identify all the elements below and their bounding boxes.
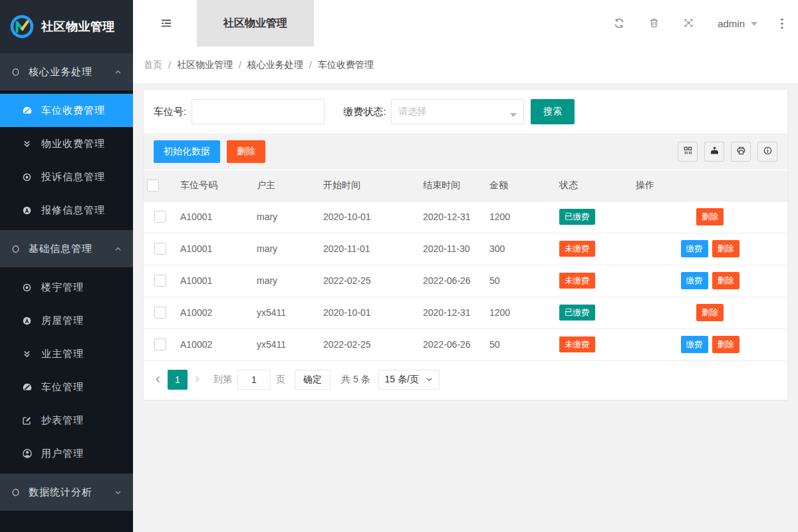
user-dropdown[interactable]: admin bbox=[718, 18, 757, 29]
refresh-icon[interactable] bbox=[613, 17, 625, 29]
circle-icon bbox=[11, 488, 20, 497]
sidebar-menu: 核心业务处理车位收费管理物业收费管理投诉信息管理报修信息管理基础信息管理楼宇管理… bbox=[0, 53, 133, 532]
next-page-button[interactable] bbox=[193, 375, 201, 384]
sidebar-item-2-1[interactable]: 楼宇管理 bbox=[0, 271, 133, 304]
sidebar-item-1-4[interactable]: 报修信息管理 bbox=[0, 194, 133, 227]
column-header-1: 车位号码 bbox=[177, 170, 253, 201]
sidebar-item-2-6[interactable]: 用户管理 bbox=[0, 437, 133, 470]
chevron-up-icon bbox=[114, 245, 122, 253]
breadcrumb-item-4[interactable]: 车位收费管理 bbox=[318, 59, 374, 71]
row-checkbox[interactable] bbox=[154, 243, 166, 255]
cell-parking-no: A10001 bbox=[177, 233, 253, 265]
app-logo-icon bbox=[9, 13, 35, 40]
cell-owner: mary bbox=[253, 201, 320, 233]
pay-button[interactable]: 缴费 bbox=[681, 272, 708, 289]
sidebar-item-1-3[interactable]: 投诉信息管理 bbox=[0, 160, 133, 194]
prev-page-button[interactable] bbox=[154, 375, 162, 384]
sidebar-group-2[interactable]: 基础信息管理 bbox=[0, 230, 133, 267]
columns-icon bbox=[683, 146, 693, 158]
info-tool-button[interactable] bbox=[757, 142, 777, 162]
header-checkbox-cell bbox=[144, 170, 177, 201]
status-select-value: 请选择 bbox=[398, 106, 426, 118]
columns-tool-button[interactable] bbox=[678, 142, 698, 162]
column-header-5: 金额 bbox=[486, 170, 556, 201]
sidebar-item-1-2[interactable]: 物业收费管理 bbox=[0, 127, 133, 160]
app-logo: 社区物业管理 bbox=[0, 0, 133, 53]
delete-row-button[interactable]: 删除 bbox=[696, 304, 724, 321]
pay-button[interactable]: 缴费 bbox=[681, 336, 708, 353]
sidebar-group-1[interactable]: 核心业务处理 bbox=[0, 53, 133, 90]
delete-row-button[interactable]: 删除 bbox=[696, 208, 724, 225]
row-checkbox[interactable] bbox=[154, 211, 166, 223]
current-page[interactable]: 1 bbox=[168, 370, 188, 390]
sidebar-item-1-1[interactable]: 车位收费管理 bbox=[0, 94, 133, 127]
init-data-button[interactable]: 初始化数据 bbox=[154, 140, 220, 163]
delete-row-button[interactable]: 删除 bbox=[712, 336, 739, 353]
username: admin bbox=[718, 18, 745, 29]
table-row: A10001mary2020-10-012020-12-311200已缴费删除 bbox=[144, 201, 787, 233]
row-checkbox[interactable] bbox=[154, 275, 166, 287]
search-form: 车位号: 缴费状态: 请选择 搜索 bbox=[144, 90, 787, 134]
row-checkbox-cell bbox=[144, 201, 177, 233]
sidebar-item-label: 业主管理 bbox=[41, 348, 84, 360]
sidebar-group-3[interactable]: 数据统计分析 bbox=[0, 473, 133, 511]
table-row: A10002yx54112020-10-012020-12-311200已缴费删… bbox=[144, 297, 787, 329]
topbar-right: admin bbox=[613, 17, 798, 29]
cell-actions: 缴费删除 bbox=[632, 233, 787, 265]
sidebar-item-2-4[interactable]: 车位管理 bbox=[0, 370, 133, 404]
cell-status: 未缴费 bbox=[556, 233, 632, 265]
table-header-row: 车位号码户主开始时间结束时间金额状态操作 bbox=[144, 170, 787, 201]
sidebar-group-label: 数据统计分析 bbox=[29, 486, 92, 499]
sidebar-item-2-5[interactable]: 抄表管理 bbox=[0, 404, 133, 437]
status-label: 缴费状态: bbox=[343, 106, 386, 118]
select-all-checkbox[interactable] bbox=[147, 180, 159, 192]
double-chevron-icon bbox=[21, 139, 33, 149]
sidebar-item-2-2[interactable]: 房屋管理 bbox=[0, 304, 133, 337]
breadcrumb-item-2[interactable]: 社区物业管理 bbox=[177, 59, 233, 71]
sidebar-item-label: 报修信息管理 bbox=[41, 204, 105, 217]
caret-down-icon bbox=[510, 113, 517, 120]
chevron-down-icon bbox=[114, 489, 122, 496]
info-icon bbox=[763, 146, 773, 158]
column-header-3: 开始时间 bbox=[320, 170, 420, 201]
cell-amount: 50 bbox=[486, 329, 556, 360]
row-checkbox[interactable] bbox=[154, 338, 166, 350]
status-select[interactable]: 请选择 bbox=[391, 99, 524, 124]
fees-table: 车位号码户主开始时间结束时间金额状态操作 A10001mary2020-10-0… bbox=[144, 170, 787, 361]
fullscreen-icon[interactable] bbox=[683, 17, 694, 29]
tab-community-property[interactable]: 社区物业管理 bbox=[197, 0, 314, 47]
export-tool-button[interactable] bbox=[704, 142, 724, 162]
row-checkbox-cell bbox=[144, 297, 177, 329]
cell-amount: 50 bbox=[486, 265, 556, 297]
content: 车位号: 缴费状态: 请选择 搜索 初始化数据 删除 bbox=[133, 83, 798, 532]
delete-selected-button[interactable]: 删除 bbox=[227, 140, 265, 163]
collapse-menu-icon[interactable] bbox=[160, 17, 173, 30]
parking-no-input[interactable] bbox=[192, 99, 325, 124]
page-size-select[interactable]: 15 条/页 bbox=[378, 370, 440, 390]
delete-row-button[interactable]: 删除 bbox=[712, 240, 739, 257]
print-tool-button[interactable] bbox=[731, 142, 751, 162]
export-icon bbox=[710, 146, 720, 158]
edit-icon bbox=[21, 416, 33, 426]
breadcrumb-item-3[interactable]: 核心业务处理 bbox=[247, 59, 303, 71]
app-root: 社区物业管理 核心业务处理车位收费管理物业收费管理投诉信息管理报修信息管理基础信… bbox=[0, 0, 798, 532]
search-button[interactable]: 搜索 bbox=[531, 99, 575, 124]
delete-row-button[interactable]: 删除 bbox=[712, 272, 739, 289]
breadcrumb-separator: / bbox=[239, 60, 241, 70]
cell-actions: 缴费删除 bbox=[632, 329, 787, 360]
confirm-page-button[interactable]: 确定 bbox=[295, 370, 331, 390]
goto-page-input[interactable] bbox=[237, 370, 271, 390]
more-vertical-icon[interactable] bbox=[781, 18, 783, 29]
breadcrumb-item-1[interactable]: 首页 bbox=[144, 59, 162, 71]
trash-icon[interactable] bbox=[648, 17, 660, 29]
main-area: 社区物业管理 admin 首页/社区物业管理/核心业务处理/车位收费管理 车位号… bbox=[133, 0, 798, 532]
sidebar-group-label: 核心业务处理 bbox=[29, 66, 92, 78]
column-header-6: 状态 bbox=[556, 170, 632, 201]
row-checkbox[interactable] bbox=[154, 307, 166, 319]
sidebar-item-2-3[interactable]: 业主管理 bbox=[0, 337, 133, 370]
cell-amount: 300 bbox=[486, 233, 556, 265]
pay-button[interactable]: 缴费 bbox=[681, 240, 708, 257]
cell-status: 未缴费 bbox=[556, 329, 632, 360]
row-checkbox-cell bbox=[144, 265, 177, 297]
status-badge: 未缴费 bbox=[559, 241, 595, 257]
